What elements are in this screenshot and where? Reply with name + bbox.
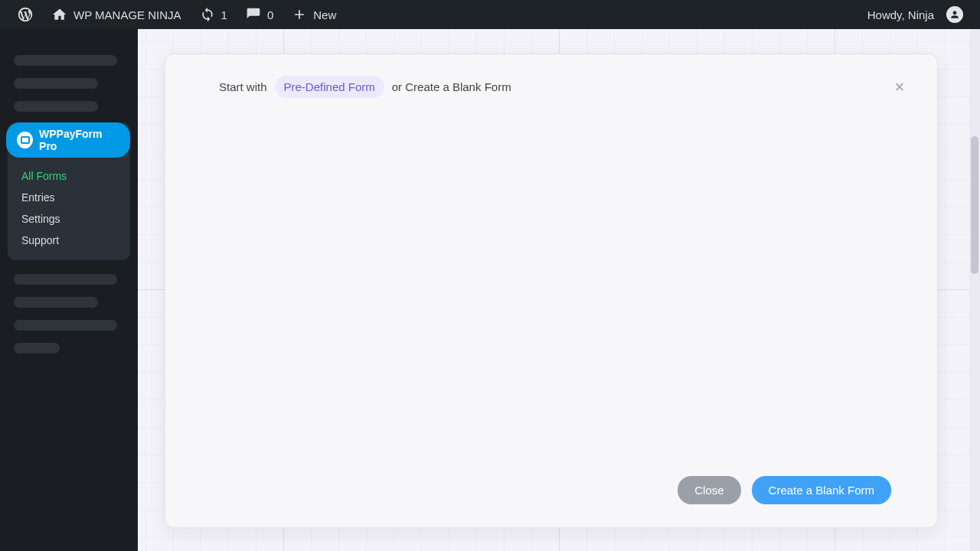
plus-icon: [292, 7, 307, 22]
plugin-menu-header[interactable]: WPPayForm Pro: [6, 122, 130, 158]
close-button[interactable]: Close: [678, 476, 740, 504]
scrollbar-track[interactable]: [969, 29, 980, 551]
home-icon: [52, 7, 67, 22]
sidebar-item-entries[interactable]: Entries: [8, 187, 130, 208]
start-with-label: Start with: [219, 80, 267, 93]
sidebar-item-all-forms[interactable]: All Forms: [8, 165, 130, 187]
site-title: WP MANAGE NINJA: [74, 8, 181, 21]
sidebar-placeholder: [14, 55, 117, 66]
sidebar-placeholder: [14, 343, 60, 354]
scrollbar-thumb[interactable]: [971, 136, 978, 274]
sidebar-placeholder: [14, 78, 98, 89]
sidebar-placeholder: [14, 320, 117, 331]
new-label: New: [313, 8, 336, 21]
comment-icon: [246, 7, 261, 22]
sidebar-placeholder: [14, 297, 98, 308]
avatar: [946, 6, 963, 23]
sidebar-item-settings[interactable]: Settings: [8, 208, 130, 230]
sidebar-item-support[interactable]: Support: [8, 230, 130, 251]
adminbar-home[interactable]: WP MANAGE NINJA: [43, 0, 191, 29]
refresh-icon: [200, 7, 215, 22]
create-blank-form-button[interactable]: Create a Blank Form: [752, 476, 891, 504]
updates-count: 1: [221, 8, 227, 21]
create-form-modal: Start with Pre-Defined Form or Create a …: [165, 54, 938, 528]
comments-count: 0: [267, 8, 273, 21]
adminbar-updates[interactable]: 1: [191, 0, 237, 29]
modal-title-row: Start with Pre-Defined Form or Create a …: [219, 76, 511, 98]
form-icon: [17, 132, 33, 148]
predefined-form-pill[interactable]: Pre-Defined Form: [275, 76, 384, 98]
sidebar-placeholder: [14, 274, 117, 285]
close-icon[interactable]: ×: [891, 79, 908, 96]
wp-logo[interactable]: [8, 0, 43, 29]
wordpress-icon: [17, 6, 34, 23]
admin-sidebar: WPPayForm Pro All Forms Entries Settings…: [0, 29, 138, 551]
modal-header: Start with Pre-Defined Form or Create a …: [165, 54, 937, 98]
howdy-text: Howdy, Ninja: [867, 8, 934, 21]
user-icon: [949, 9, 960, 20]
wp-admin-bar: WP MANAGE NINJA 1 0 New Howdy, Ninja: [0, 0, 980, 29]
plugin-menu-group: WPPayForm Pro All Forms Entries Settings…: [8, 122, 130, 260]
adminbar-new[interactable]: New: [283, 0, 345, 29]
modal-footer: Close Create a Blank Form: [165, 476, 937, 527]
modal-body: [165, 98, 937, 476]
main-canvas: Start with Pre-Defined Form or Create a …: [138, 29, 980, 551]
or-blank-label: or Create a Blank Form: [392, 80, 511, 93]
plugin-name: WPPayForm Pro: [39, 128, 119, 152]
adminbar-comments[interactable]: 0: [237, 0, 283, 29]
sidebar-placeholder: [14, 101, 98, 112]
adminbar-account[interactable]: Howdy, Ninja: [858, 0, 972, 29]
